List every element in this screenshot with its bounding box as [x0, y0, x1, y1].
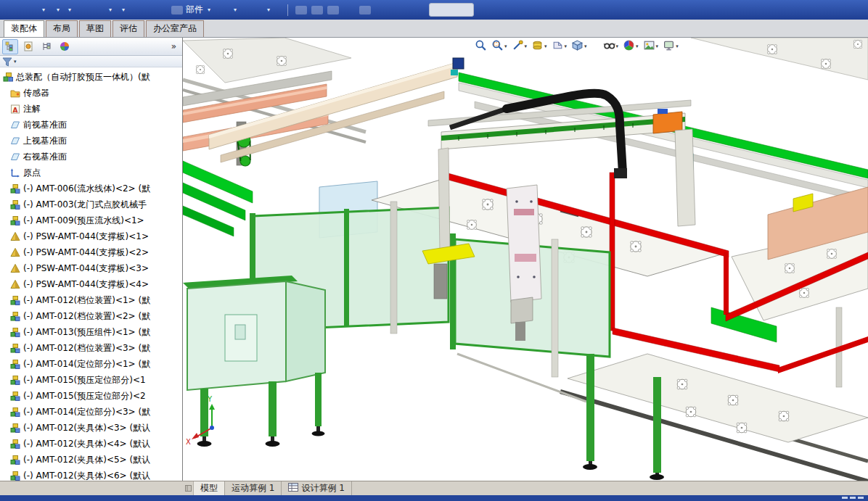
- ribbon-tab[interactable]: 办公室产品: [146, 20, 204, 37]
- tree-item[interactable]: (-) PSW-AMT-044(支撑板)<1>: [0, 228, 182, 244]
- tree-item-label: 前视基准面: [23, 119, 67, 131]
- section-view-icon: [531, 39, 544, 54]
- ribbon-tab-strip: 装配体布局草图评估办公室产品: [0, 20, 868, 38]
- tree-item[interactable]: 传感器: [0, 85, 182, 101]
- toolbar-icon-stub[interactable]: [171, 6, 183, 15]
- ribbon-tab[interactable]: 草图: [79, 20, 111, 37]
- tree-item-label: (-) AMT-015(预压定位部分)<2: [23, 390, 146, 402]
- hud-edit-appearance-button[interactable]: ▾: [621, 38, 640, 54]
- asm-icon: [9, 215, 21, 226]
- tree-item[interactable]: (-) AMT-012(夹具体)<4> (默认: [0, 436, 182, 452]
- dropdown-caret-icon: ▾: [565, 44, 568, 49]
- tree-item[interactable]: 原点: [0, 165, 182, 181]
- hud-zoom-fit-button[interactable]: [473, 38, 488, 54]
- tree-item[interactable]: 上视基准面: [0, 133, 182, 149]
- tree-item[interactable]: (-) AMT-012(夹具体)<5> (默认: [0, 452, 182, 468]
- study-tab[interactable]: 运动算例 1: [225, 481, 282, 495]
- tree-item-label: (-) AMT-009(预压流水线)<1>: [23, 215, 144, 227]
- tree-item-label: (-) AMT-013(预压组件)<1> (默: [23, 326, 150, 339]
- tree-item[interactable]: (-) PSW-AMT-044(支撑板)<4>: [0, 276, 182, 292]
- toolbar-icon-stub[interactable]: [359, 6, 371, 15]
- insert-component-label[interactable]: 部件: [186, 4, 203, 16]
- propertymanager-tab-button[interactable]: [20, 39, 36, 54]
- tree-item[interactable]: (-) AMT-012(档位装置)<3> (默: [0, 340, 182, 356]
- hud-zoom-selected-button[interactable]: ▾: [510, 38, 529, 54]
- hud-section-view-button[interactable]: ▾: [530, 38, 549, 54]
- part-icon: [9, 263, 21, 274]
- edit-appearance-icon: [623, 39, 635, 54]
- asm-icon: [9, 375, 21, 386]
- triad-x-label: X: [186, 438, 191, 446]
- tree-item[interactable]: (-) AMT-015(预压定位部分)<2: [0, 388, 182, 404]
- design-study-icon: [288, 483, 298, 494]
- tree-item-label: (-) AMT-014(定位部分)<3> (默: [23, 406, 150, 418]
- tree-item[interactable]: (-) AMT-012(档位装置)<1> (默: [0, 292, 182, 308]
- dropdown-caret-icon[interactable]: ▾: [57, 7, 60, 13]
- ribbon-tab[interactable]: 评估: [112, 20, 144, 37]
- tree-item-label: (-) AMT-015(预压定位部分)<1: [23, 374, 146, 386]
- feature-manager-panel: » ▾ 总装配（自动打胶预压一体机）(默传感器A注解前视基准面上视基准面右视基准…: [0, 38, 183, 481]
- toolbar-icon-stub[interactable]: [311, 6, 323, 15]
- ribbon-tab[interactable]: 布局: [46, 20, 78, 37]
- tree-item[interactable]: (-) AMT-003(龙门式点胶机械手: [0, 196, 182, 212]
- tree-item[interactable]: (-) AMT-009(预压流水线)<1>: [0, 212, 182, 228]
- dropdown-caret-icon: ▾: [616, 44, 619, 49]
- asm-icon: [9, 199, 21, 210]
- scene-cabinet[interactable]: [183, 276, 325, 447]
- tree-item-label: (-) PSW-AMT-044(支撑板)<2>: [23, 247, 149, 259]
- toolbar-icon-stub[interactable]: [327, 6, 339, 15]
- hud-apply-scene-button[interactable]: ▾: [642, 38, 660, 54]
- asm-icon: [9, 455, 21, 465]
- displaymanager-tab-button[interactable]: [57, 39, 73, 54]
- tree-item[interactable]: (-) PSW-AMT-044(支撑板)<2>: [0, 244, 182, 260]
- status-bar: [0, 495, 868, 501]
- hud-zoom-area-button[interactable]: ▾: [490, 38, 509, 54]
- tree-item[interactable]: (-) AMT-012(夹具体)<3> (默认: [0, 420, 182, 436]
- tree-item[interactable]: 总装配（自动打胶预压一体机）(默: [0, 69, 182, 85]
- tree-item[interactable]: A注解: [0, 101, 182, 117]
- configurationmanager-tab-button[interactable]: [38, 39, 54, 54]
- main-area: » ▾ 总装配（自动打胶预压一体机）(默传感器A注解前视基准面上视基准面右视基准…: [0, 38, 868, 481]
- viewport-3d-model[interactable]: X Y: [183, 38, 868, 481]
- dropdown-caret-icon[interactable]: ▾: [122, 7, 125, 13]
- tree-item[interactable]: (-) AMT-006(流水线体)<2> (默: [0, 181, 182, 196]
- dropdown-caret-icon[interactable]: ▾: [208, 7, 210, 13]
- tree-item[interactable]: (-) AMT-015(预压定位部分)<1: [0, 372, 182, 388]
- view-settings-icon: [663, 39, 675, 54]
- tree-item[interactable]: (-) AMT-013(预压组件)<1> (默: [0, 324, 182, 340]
- previous-view-icon: [552, 39, 564, 54]
- configurations-icon: [41, 41, 52, 52]
- dropdown-caret-icon[interactable]: ▾: [234, 7, 237, 13]
- hud-view-settings-button[interactable]: ▾: [661, 38, 680, 54]
- study-tab[interactable]: 模型: [194, 481, 225, 495]
- dropdown-caret-icon[interactable]: ▾: [68, 7, 71, 13]
- filter-funnel-icon[interactable]: [2, 57, 12, 67]
- tree-item[interactable]: (-) AMT-014(定位部分)<3> (默: [0, 404, 182, 420]
- panel-collapse-chevron[interactable]: »: [171, 41, 180, 51]
- hud-view-orientation-button[interactable]: ▾: [570, 38, 589, 54]
- filter-caret-icon[interactable]: ▾: [14, 59, 17, 65]
- tree-item-label: (-) AMT-012(夹具体)<4> (默认: [23, 438, 150, 450]
- dropdown-caret-icon: ▾: [504, 44, 507, 49]
- tree-item[interactable]: (-) PSW-AMT-044(支撑板)<3>: [0, 260, 182, 276]
- dropdown-caret-icon[interactable]: ▾: [109, 7, 112, 13]
- tree-item[interactable]: (-) AMT-012(档位装置)<2> (默: [0, 308, 182, 324]
- tree-item[interactable]: 前视基准面: [0, 117, 182, 133]
- toolbar-icon-stub[interactable]: [295, 6, 307, 15]
- toolbar-highlight-button[interactable]: [429, 3, 474, 17]
- tree-item[interactable]: (-) AMT-012(夹具体)<6> (默认: [0, 468, 182, 481]
- dropdown-caret-icon[interactable]: ▾: [267, 7, 270, 13]
- graphics-viewport[interactable]: ▾▾▾▾▾▾▾▾▾: [183, 38, 868, 481]
- tree-item[interactable]: (-) AMT-014(定位部分)<1> (默: [0, 356, 182, 372]
- study-tab[interactable]: 设计算例 1: [282, 481, 351, 495]
- scene-left-belt-strips[interactable]: [183, 161, 253, 236]
- hud-previous-view-button[interactable]: ▾: [550, 38, 569, 54]
- ribbon-tab[interactable]: 装配体: [4, 20, 44, 37]
- scene-topright-plates[interactable]: [691, 38, 868, 80]
- dropdown-caret-icon[interactable]: ▾: [42, 7, 45, 13]
- tab-splitter-icon[interactable]: [183, 481, 194, 495]
- featuremanager-tab-button[interactable]: [2, 39, 18, 54]
- asm-icon: [9, 391, 21, 402]
- hud-hide-show-items-button[interactable]: ▾: [602, 38, 621, 54]
- tree-item[interactable]: 右视基准面: [0, 149, 182, 165]
